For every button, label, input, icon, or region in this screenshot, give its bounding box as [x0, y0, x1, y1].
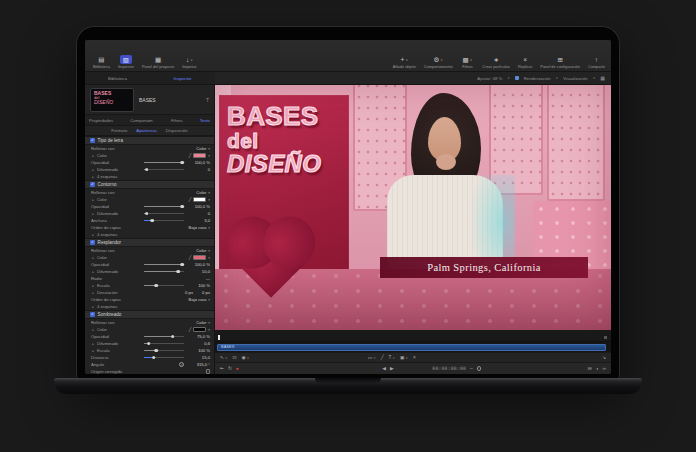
audio-button[interactable]: ◖ — [596, 366, 599, 371]
param-value[interactable]: 0 — [186, 167, 210, 172]
blur-slider[interactable] — [144, 343, 184, 345]
disclosure-icon[interactable]: ▸ — [91, 349, 95, 353]
shape-tool[interactable]: ▭∨ — [368, 355, 376, 360]
dropdown-value[interactable]: Bajo cara — [182, 297, 206, 302]
dropdown-value[interactable]: Bajo cara — [182, 225, 206, 230]
toolbar-button-panel-proyecto[interactable]: ▦Panel del proyecto — [142, 55, 174, 69]
toolbar-button-compartir[interactable]: ↑Compartir — [588, 55, 605, 69]
go-to-start-button[interactable]: ⇤ — [220, 366, 224, 371]
opacity-slider[interactable] — [144, 206, 184, 208]
disclosure-icon[interactable]: ▸ — [91, 154, 95, 158]
track-bases[interactable]: BASES — [217, 344, 606, 351]
disclosure-icon[interactable]: ▸ — [91, 342, 95, 346]
record-button[interactable]: ● — [236, 366, 239, 371]
tab-filtros[interactable]: Filtros — [171, 118, 183, 123]
eyedropper-icon[interactable]: ╱ — [189, 255, 192, 260]
pointer-tool[interactable]: ↖∨ — [220, 355, 228, 360]
overlays-button[interactable]: ⊟ — [588, 366, 592, 371]
param-value[interactable]: 15,0 — [186, 355, 210, 360]
opacity-slider[interactable] — [144, 264, 184, 266]
dropdown-value[interactable]: Color — [182, 146, 206, 151]
checkbox-checked[interactable]: ✓ — [90, 138, 95, 143]
opacity-slider[interactable] — [144, 162, 184, 164]
text-tool[interactable]: T∨ — [389, 355, 395, 360]
checkbox-unchecked[interactable] — [206, 369, 210, 373]
param-value[interactable]: 10,0 — [186, 269, 210, 274]
eyedropper-icon[interactable]: ╱ — [189, 327, 192, 332]
param-value[interactable]: 100 % — [186, 283, 210, 288]
disclosure-icon[interactable]: ▸ — [91, 256, 95, 260]
opacity-slider[interactable] — [144, 336, 184, 338]
checkbox-checked[interactable]: ✓ — [90, 182, 95, 187]
tab-biblioteca[interactable]: Biblioteca — [85, 72, 150, 84]
toolbar-button-importar[interactable]: ↓∨Importar — [182, 55, 197, 69]
previous-frame-button[interactable]: ◀ — [382, 366, 386, 371]
color-swatch[interactable] — [193, 255, 206, 260]
toolbar-button-crear-particulas[interactable]: ∗Crear partículas — [482, 55, 510, 69]
blur-slider[interactable] — [144, 169, 184, 171]
disclosure-icon[interactable]: ▸ — [91, 328, 95, 332]
resize-corner[interactable]: ↘ — [602, 355, 606, 360]
param-value[interactable]: 100 % — [186, 348, 210, 353]
blur-slider[interactable] — [144, 213, 184, 215]
toolbar-button-comportamiento[interactable]: ⚙∨Comportamiento — [424, 55, 453, 69]
mask-tool[interactable]: ◉∨ — [242, 355, 250, 360]
toolbar-button-inspector[interactable]: ▥Inspector — [118, 55, 134, 69]
blur-slider[interactable] — [144, 271, 184, 273]
tab-propiedades[interactable]: Propiedades — [89, 118, 113, 123]
disclosure-icon[interactable]: ▸ — [91, 291, 95, 295]
toolbar-button-filtros[interactable]: ▩∨Filtros — [461, 55, 475, 69]
param-value[interactable]: 100,0 % — [186, 262, 210, 267]
disclosure-icon[interactable]: ▸ — [91, 198, 95, 202]
offset-y-value[interactable]: 0 px — [195, 290, 210, 295]
toolbar-button-biblioteca[interactable]: ▤Biblioteca — [93, 55, 110, 69]
tab-texto[interactable]: Texto — [200, 118, 210, 123]
param-value[interactable]: 100,0 % — [186, 204, 210, 209]
eyedropper-icon[interactable]: ╱ — [189, 153, 192, 158]
timecode-field[interactable]: 00:00:00:00 — [432, 366, 466, 371]
timeline-ruler[interactable] — [215, 330, 611, 342]
image-mask-tool[interactable]: ▣∨ — [400, 355, 408, 360]
playback-speed-dial[interactable] — [477, 366, 482, 371]
render-menu[interactable]: Renderización — [524, 76, 551, 81]
param-value[interactable]: 3,0 — [186, 218, 210, 223]
toolbar-button-replicar[interactable]: ×Replicar — [518, 55, 532, 69]
view-menu[interactable]: Visualización — [563, 76, 587, 81]
param-value[interactable]: 75,0 % — [186, 334, 210, 339]
disclosure-icon[interactable]: ▸ — [91, 233, 95, 237]
color-swatch[interactable] — [193, 197, 206, 202]
tab-comportamientos[interactable]: Comportam. — [130, 118, 154, 123]
canvas[interactable]: BASES del DISEÑO Palm Springs, Californi… — [215, 85, 611, 330]
paint-stroke-tool[interactable]: ╱ — [381, 355, 384, 360]
disclosure-icon[interactable]: ▸ — [91, 305, 95, 309]
dropdown-value[interactable]: Color — [182, 190, 206, 195]
param-value[interactable]: 0 — [186, 211, 210, 216]
loop-button[interactable]: ↻ — [228, 366, 232, 371]
channels-icon[interactable] — [515, 76, 519, 80]
distance-slider[interactable] — [144, 357, 184, 359]
width-slider[interactable] — [144, 220, 184, 222]
checkbox-checked[interactable]: ✓ — [90, 312, 95, 317]
param-value[interactable]: 0,6 — [186, 341, 210, 346]
grid-view-icon[interactable]: ▦ — [600, 75, 605, 81]
disclosure-icon[interactable]: ▸ — [91, 270, 95, 274]
caption-banner[interactable]: Palm Springs, California — [380, 257, 588, 278]
scale-slider[interactable] — [144, 285, 184, 287]
disclosure-icon[interactable]: ▸ — [91, 168, 95, 172]
subtab-apariencia[interactable]: Apariencia — [136, 128, 156, 133]
color-swatch[interactable] — [193, 153, 206, 158]
zoom-fit-control[interactable]: Ajustar: 68 % — [477, 76, 502, 81]
toolbar-button-panel-configuracion[interactable]: ⊞Panel de configuración — [540, 55, 580, 69]
tab-inspector[interactable]: Inspector — [150, 72, 215, 84]
close-tool[interactable]: × — [413, 355, 416, 360]
link-button[interactable]: ∞ — [603, 366, 606, 371]
color-swatch[interactable] — [193, 327, 206, 332]
subtab-disposicion[interactable]: Disposición — [166, 128, 188, 133]
eyedropper-icon[interactable]: ╱ — [189, 197, 192, 202]
checkbox-checked[interactable]: ✓ — [90, 240, 95, 245]
disclosure-icon[interactable]: ▸ — [91, 212, 95, 216]
param-value[interactable]: 100,0 % — [186, 160, 210, 165]
adjust-tool[interactable]: ⊡ — [233, 355, 237, 360]
canvas-title-text[interactable]: BASES del DISEÑO — [227, 103, 321, 177]
param-value[interactable]: — — [186, 276, 210, 281]
